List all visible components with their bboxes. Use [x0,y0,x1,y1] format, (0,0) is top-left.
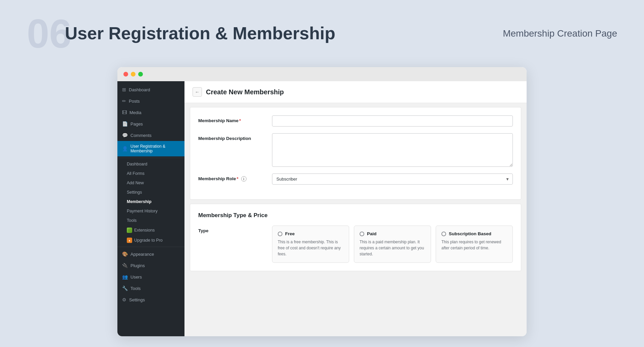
type-card-free-desc: This is a free membership. This is free … [278,239,343,257]
content-header: ← Create New Membership [184,81,527,103]
browser-window: ⊞ Dashboard ✏ Posts 🎞 Media 📄 Pages 💬 [117,67,527,336]
back-button[interactable]: ← [193,87,202,97]
membership-name-label: Membership Name* [198,115,265,123]
header-left: 06 User Registration & Membership [27,13,335,54]
type-card-free-header: Free [278,231,343,236]
type-row: Type Free This is a free membership. Thi… [198,226,513,263]
type-card-free[interactable]: Free This is a free membership. This is … [272,226,349,263]
membership-description-label: Membership Description [198,133,265,141]
type-card-paid-header: Paid [360,231,425,236]
sidebar-item-users[interactable]: 👥 Users [117,271,184,283]
type-card-paid[interactable]: Paid This is a paid membership plan. It … [354,226,431,263]
main-content: ← Create New Membership Membership Name* [184,81,527,336]
membership-role-select[interactable]: Subscriber Editor Author Contributor [272,174,513,185]
radio-paid[interactable] [360,232,364,236]
form-row-description: Membership Description [198,133,513,167]
membership-name-input[interactable] [272,115,513,127]
sidebar-item-tools[interactable]: 🔧 Tools [117,283,184,294]
appearance-icon: 🎨 [122,251,128,257]
tools-icon: 🔧 [122,286,128,291]
type-card-subscription-title: Subscription Based [449,231,491,236]
page-subtitle: Membership Creation Page [503,28,617,39]
role-required: * [237,176,238,181]
sidebar-label-users: Users [130,275,142,280]
type-section: Membership Type & Price Type Free This i… [190,204,521,271]
sidebar-sub-add-new[interactable]: Add New [117,178,184,188]
sidebar-sub-dashboard[interactable]: Dashboard [117,159,184,169]
radio-subscription[interactable] [441,232,446,236]
user-registration-icon: 👤 [122,146,128,151]
plugins-icon: 🔌 [122,263,128,268]
sidebar-label-plugins: Plugins [130,263,145,268]
sidebar-item-user-registration[interactable]: 👤 User Registration & Membership [117,141,184,156]
sidebar: ⊞ Dashboard ✏ Posts 🎞 Media 📄 Pages 💬 [117,81,184,336]
form-section: Membership Name* Membership Description … [190,107,521,200]
sidebar-label-appearance: Appearance [130,252,154,257]
content-page-title: Create New Membership [206,88,284,96]
sidebar-sub-membership[interactable]: Membership [117,197,184,206]
sidebar-item-upgrade[interactable]: ▲ Upgrade to Pro [117,235,184,245]
page-main-title: User Registration & Membership [65,24,335,43]
users-icon: 👥 [122,274,128,280]
membership-role-label: Membership Role* i [198,174,265,182]
type-label: Type [198,226,265,233]
header-area: 06 User Registration & Membership Member… [20,13,624,54]
sidebar-item-settings[interactable]: ⚙ Settings [117,294,184,305]
upgrade-label: Upgrade to Pro [134,238,163,243]
extensions-label: Extensions [134,228,155,233]
sidebar-label-settings: Settings [129,297,145,302]
sidebar-sub-settings[interactable]: Settings [117,188,184,197]
extensions-icon: 🌿 [127,228,132,233]
comments-icon: 💬 [122,133,128,138]
sidebar-item-dashboard[interactable]: ⊞ Dashboard [117,84,184,95]
sidebar-sub-payment-history[interactable]: Payment History [117,206,184,216]
sidebar-divider-1 [117,158,184,158]
media-icon: 🎞 [122,110,127,115]
type-card-subscription-header: Subscription Based [441,231,507,236]
type-options: Free This is a free membership. This is … [272,226,513,263]
app-layout: ⊞ Dashboard ✏ Posts 🎞 Media 📄 Pages 💬 [117,81,527,336]
sidebar-item-media[interactable]: 🎞 Media [117,107,184,118]
type-section-title: Membership Type & Price [198,212,513,219]
sidebar-item-pages[interactable]: 📄 Pages [117,118,184,130]
form-row-name: Membership Name* [198,115,513,127]
sidebar-sub-all-forms[interactable]: All Forms [117,169,184,178]
sidebar-divider-2 [117,247,184,247]
traffic-dot-green[interactable] [138,72,143,77]
posts-icon: ✏ [122,98,126,104]
sidebar-item-extensions[interactable]: 🌿 Extensions [117,225,184,235]
page-background: 06 User Registration & Membership Member… [0,0,644,347]
membership-description-input[interactable] [272,133,513,167]
role-info-icon[interactable]: i [241,176,247,182]
type-card-free-title: Free [285,231,295,236]
role-select-wrapper: Subscriber Editor Author Contributor ▼ [272,174,513,185]
type-card-paid-desc: This is a paid membership plan. It requi… [360,239,425,257]
sidebar-item-appearance[interactable]: 🎨 Appearance [117,248,184,260]
name-required: * [239,118,241,123]
traffic-dot-red[interactable] [123,72,128,77]
radio-free[interactable] [278,232,282,236]
browser-titlebar [117,67,527,81]
traffic-dot-yellow[interactable] [131,72,136,77]
sidebar-item-posts[interactable]: ✏ Posts [117,95,184,107]
type-card-subscription[interactable]: Subscription Based This plan requires to… [436,226,513,263]
dashboard-icon: ⊞ [122,87,126,92]
sidebar-label-media: Media [129,110,141,115]
sidebar-sub-tools[interactable]: Tools [117,216,184,225]
sidebar-label-tools: Tools [130,286,141,291]
sidebar-label-dashboard: Dashboard [129,87,150,92]
sidebar-label-pages: Pages [130,121,143,127]
sidebar-label-posts: Posts [129,99,140,104]
upgrade-icon: ▲ [127,238,132,243]
settings-icon: ⚙ [122,297,126,302]
form-row-role: Membership Role* i Subscriber Editor Aut… [198,174,513,185]
pages-icon: 📄 [122,121,128,127]
sidebar-item-plugins[interactable]: 🔌 Plugins [117,260,184,271]
type-card-subscription-desc: This plan requires to get renewed after … [441,239,507,251]
sidebar-label-comments: Comments [130,133,152,138]
sidebar-label-user-registration: User Registration & Membership [130,144,180,153]
type-card-paid-title: Paid [367,231,377,236]
sidebar-item-comments[interactable]: 💬 Comments [117,130,184,141]
